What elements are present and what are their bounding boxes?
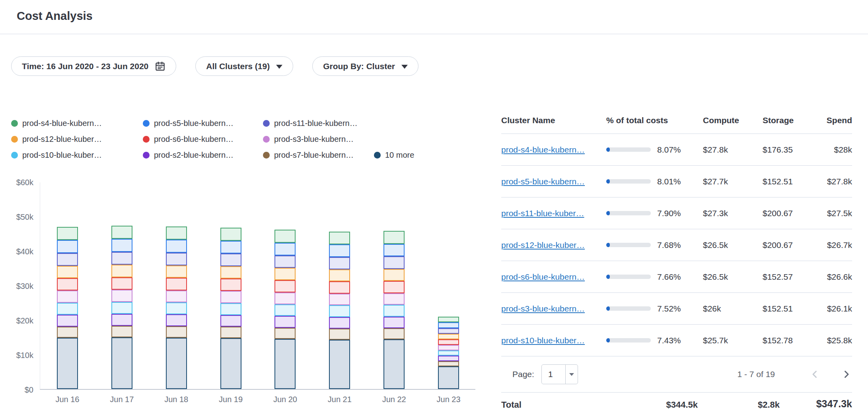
- bar-segment[interactable]: [274, 255, 296, 268]
- bar-segment[interactable]: [274, 316, 296, 327]
- legend-item[interactable]: prod-s2-blue-kubern…: [143, 151, 263, 160]
- bar-segment[interactable]: [329, 232, 350, 244]
- clusters-filter[interactable]: All Clusters (19): [195, 56, 293, 76]
- stacked-bar-jun-17[interactable]: [111, 226, 132, 389]
- bar-segment[interactable]: [111, 314, 132, 326]
- bar-segment[interactable]: [438, 328, 459, 334]
- bar-segment[interactable]: [383, 305, 405, 316]
- bar-segment[interactable]: [220, 266, 241, 279]
- next-page-button[interactable]: [840, 368, 852, 380]
- bar-segment[interactable]: [383, 328, 405, 339]
- stacked-bar-jun-23[interactable]: [438, 317, 459, 389]
- bar-segment[interactable]: [166, 278, 187, 290]
- legend-item[interactable]: prod-s12-blue-kuber…: [11, 135, 143, 144]
- bar-segment[interactable]: [111, 337, 132, 389]
- bar-segment[interactable]: [329, 244, 350, 257]
- bar-segment[interactable]: [383, 256, 405, 269]
- stacked-bar-jun-22[interactable]: [383, 231, 405, 389]
- bar-segment[interactable]: [438, 361, 459, 366]
- legend-item[interactable]: prod-s10-blue-kuber…: [11, 151, 143, 160]
- bar-segment[interactable]: [220, 228, 241, 241]
- bar-segment[interactable]: [220, 315, 241, 327]
- bar-segment[interactable]: [57, 315, 78, 327]
- bar-segment[interactable]: [438, 356, 459, 361]
- bar-segment[interactable]: [166, 326, 187, 338]
- bar-segment[interactable]: [220, 279, 241, 291]
- stacked-bar-jun-19[interactable]: [220, 228, 241, 389]
- bar-segment[interactable]: [166, 253, 187, 265]
- cluster-link[interactable]: prod-s5-blue-kubern…: [501, 177, 585, 186]
- bar-segment[interactable]: [329, 329, 350, 340]
- bar-segment[interactable]: [329, 281, 350, 293]
- bar-segment[interactable]: [220, 338, 241, 389]
- bar-segment[interactable]: [111, 252, 132, 265]
- bar-segment[interactable]: [220, 241, 241, 254]
- bar-segment[interactable]: [274, 292, 296, 304]
- stacked-bar-jun-21[interactable]: [329, 232, 350, 389]
- cluster-link[interactable]: prod-s12-blue-kuber…: [501, 240, 585, 250]
- bar-segment[interactable]: [274, 304, 296, 316]
- legend-item[interactable]: prod-s7-blue-kubern…: [263, 151, 374, 160]
- legend-item[interactable]: prod-s4-blue-kubern…: [11, 119, 143, 128]
- bar-segment[interactable]: [438, 317, 459, 323]
- bar-segment[interactable]: [57, 278, 78, 290]
- bar-segment[interactable]: [111, 302, 132, 314]
- bar-segment[interactable]: [166, 290, 187, 303]
- prev-page-button[interactable]: [809, 368, 821, 380]
- bar-segment[interactable]: [383, 339, 405, 389]
- cluster-link[interactable]: prod-s6-blue-kubern…: [501, 272, 585, 281]
- bar-segment[interactable]: [438, 334, 459, 339]
- bar-segment[interactable]: [57, 327, 78, 338]
- bar-segment[interactable]: [383, 244, 405, 257]
- bar-segment[interactable]: [329, 305, 350, 317]
- bar-segment[interactable]: [111, 277, 132, 290]
- bar-segment[interactable]: [57, 290, 78, 303]
- bar-segment[interactable]: [166, 265, 187, 278]
- bar-segment[interactable]: [57, 253, 78, 266]
- bar-segment[interactable]: [166, 314, 187, 326]
- bar-segment[interactable]: [329, 294, 350, 306]
- bar-segment[interactable]: [111, 290, 132, 302]
- bar-segment[interactable]: [166, 226, 187, 240]
- bar-segment[interactable]: [274, 230, 296, 242]
- bar-segment[interactable]: [220, 291, 241, 303]
- legend-item[interactable]: prod-s6-blue-kubern…: [143, 135, 263, 144]
- bar-segment[interactable]: [274, 280, 296, 292]
- group-by-filter[interactable]: Group By: Cluster: [312, 56, 418, 76]
- bar-segment[interactable]: [57, 338, 78, 389]
- bar-segment[interactable]: [57, 303, 78, 315]
- bar-segment[interactable]: [383, 281, 405, 293]
- bar-segment[interactable]: [329, 317, 350, 329]
- bar-segment[interactable]: [111, 226, 132, 239]
- bar-segment[interactable]: [438, 345, 459, 350]
- time-range-filter[interactable]: Time: 16 Jun 2020 - 23 Jun 2020: [11, 56, 176, 76]
- stacked-bar-jun-16[interactable]: [57, 227, 78, 389]
- cluster-link[interactable]: prod-s3-blue-kubern…: [501, 304, 585, 313]
- bar-segment[interactable]: [383, 317, 405, 328]
- bar-segment[interactable]: [220, 327, 241, 338]
- legend-item[interactable]: 10 more: [374, 151, 414, 160]
- bar-segment[interactable]: [383, 231, 405, 244]
- bar-segment[interactable]: [329, 340, 350, 389]
- bar-segment[interactable]: [274, 339, 296, 389]
- bar-segment[interactable]: [329, 269, 350, 281]
- page-select[interactable]: 1: [541, 364, 578, 384]
- stacked-bar-jun-18[interactable]: [166, 226, 187, 389]
- bar-segment[interactable]: [166, 338, 187, 389]
- bar-segment[interactable]: [438, 339, 459, 345]
- bar-segment[interactable]: [438, 366, 459, 389]
- bar-segment[interactable]: [438, 322, 459, 328]
- stacked-bar-jun-20[interactable]: [274, 230, 296, 389]
- bar-segment[interactable]: [329, 257, 350, 269]
- bar-segment[interactable]: [220, 254, 241, 266]
- bar-segment[interactable]: [383, 269, 405, 281]
- bar-segment[interactable]: [220, 303, 241, 315]
- bar-segment[interactable]: [111, 239, 132, 252]
- bar-segment[interactable]: [274, 243, 296, 255]
- cluster-link[interactable]: prod-s11-blue-kuber…: [501, 209, 584, 218]
- bar-segment[interactable]: [57, 240, 78, 253]
- bar-segment[interactable]: [166, 240, 187, 253]
- bar-segment[interactable]: [57, 227, 78, 240]
- legend-item[interactable]: prod-s3-blue-kubern…: [263, 135, 354, 144]
- bar-segment[interactable]: [274, 268, 296, 280]
